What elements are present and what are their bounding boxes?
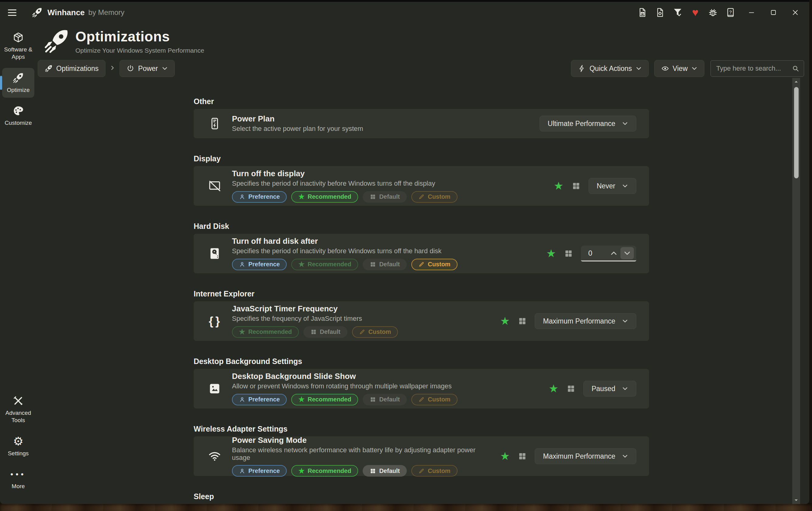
default-badge: Default bbox=[303, 326, 347, 338]
scroll-up-arrow-icon[interactable] bbox=[792, 78, 800, 86]
maximize-button[interactable] bbox=[764, 4, 783, 21]
stepper-up-button[interactable] bbox=[607, 247, 620, 259]
breadcrumb-power-dropdown[interactable]: Power bbox=[119, 60, 174, 77]
scroll-down-arrow-icon[interactable] bbox=[792, 496, 800, 504]
stepper-down-button[interactable] bbox=[620, 247, 634, 259]
pen-icon bbox=[418, 468, 425, 474]
sidebar-item-label: Software & Apps bbox=[3, 46, 34, 60]
svg-text:?: ? bbox=[729, 10, 732, 15]
titlebar: Winhance by Memory ♥ ? bbox=[0, 2, 809, 23]
grid-icon bbox=[370, 468, 376, 474]
chevron-down-icon bbox=[624, 249, 631, 257]
desktop-wallpaper bbox=[0, 503, 812, 511]
sidebar-item-optimize[interactable]: Optimize bbox=[2, 68, 34, 98]
favorite-star-icon[interactable]: ★ bbox=[500, 451, 510, 462]
pen-icon bbox=[418, 396, 425, 403]
setting-description: Balance wireless network performance wit… bbox=[232, 446, 494, 462]
slide-show-dropdown[interactable]: Paused bbox=[583, 381, 636, 397]
gear-icon: ⚙ bbox=[12, 435, 24, 447]
section-heading: Internet Explorer bbox=[194, 290, 649, 298]
badge-row: Preference ★Recommended Default Custom bbox=[232, 191, 548, 203]
app-byline: by Memory bbox=[88, 8, 125, 17]
star-icon: ★ bbox=[298, 261, 304, 268]
filter-icon[interactable] bbox=[669, 4, 687, 21]
setting-title: Power Plan bbox=[232, 114, 533, 124]
minimize-button[interactable] bbox=[742, 4, 761, 21]
report-bug-icon[interactable] bbox=[704, 4, 722, 21]
section-wireless-adapter: Wireless Adapter Settings Power Saving M… bbox=[194, 425, 649, 476]
sidebar-item-customize[interactable]: Customize bbox=[2, 101, 34, 131]
custom-badge: Custom bbox=[352, 326, 398, 338]
close-button[interactable] bbox=[786, 4, 805, 21]
import-config-icon[interactable] bbox=[651, 4, 669, 21]
dropdown-value: Maximum Performance bbox=[543, 452, 615, 460]
view-label: View bbox=[673, 64, 688, 73]
grid-icon[interactable] bbox=[572, 181, 581, 190]
sidebar-item-advanced-tools[interactable]: Advanced Tools bbox=[2, 391, 34, 428]
search-icon bbox=[792, 64, 800, 73]
setting-card-turn-off-display: Turn off the display Specifies the perio… bbox=[194, 166, 649, 206]
chevron-down-icon bbox=[622, 453, 628, 459]
section-other: Other Power Plan Select the active power… bbox=[194, 98, 649, 138]
quick-actions-button[interactable]: Quick Actions bbox=[571, 60, 648, 77]
grid-icon[interactable] bbox=[567, 384, 576, 393]
search-input[interactable] bbox=[716, 64, 792, 73]
help-icon[interactable]: ? bbox=[722, 4, 740, 21]
recommended-badge: ★Recommended bbox=[291, 191, 358, 203]
setting-title: JavaScript Timer Frequency bbox=[232, 304, 494, 314]
chevron-down-icon bbox=[622, 385, 628, 392]
preference-badge: Preference bbox=[232, 191, 287, 203]
favorite-star-icon[interactable]: ★ bbox=[554, 181, 563, 191]
favorite-star-icon[interactable]: ★ bbox=[549, 383, 558, 394]
hard-disk-minutes-stepper: 0 bbox=[581, 246, 636, 262]
power-saving-dropdown[interactable]: Maximum Performance bbox=[535, 448, 636, 464]
chevron-down-icon bbox=[622, 318, 628, 324]
display-off-icon bbox=[206, 179, 223, 193]
badge-row: Preference ★Recommended Default Custom bbox=[232, 259, 540, 270]
sidebar: Software & Apps Optimize Customize bbox=[0, 23, 36, 504]
section-internet-explorer: Internet Explorer { } JavaScript Timer F… bbox=[194, 290, 649, 341]
page-rocket-icon bbox=[43, 28, 70, 54]
wifi-icon bbox=[206, 450, 223, 463]
setting-description: Specifies the period of inactivity befor… bbox=[232, 247, 540, 255]
stepper-value[interactable]: 0 bbox=[588, 249, 607, 258]
app-title: Winhance bbox=[48, 8, 85, 17]
vertical-scrollbar[interactable] bbox=[792, 78, 800, 504]
preference-badge: Preference bbox=[232, 465, 287, 477]
breadcrumb-optimizations[interactable]: Optimizations bbox=[38, 60, 106, 77]
lightning-icon bbox=[578, 64, 586, 73]
save-config-icon[interactable] bbox=[634, 4, 651, 21]
grid-icon[interactable] bbox=[518, 317, 527, 326]
sidebar-item-settings[interactable]: ⚙ Settings bbox=[2, 431, 34, 461]
js-timer-dropdown[interactable]: Maximum Performance bbox=[535, 313, 636, 329]
donate-heart-icon[interactable]: ♥ bbox=[687, 4, 704, 21]
custom-badge: Custom bbox=[411, 465, 457, 477]
scrollbar-thumb[interactable] bbox=[794, 87, 799, 178]
favorite-star-icon[interactable]: ★ bbox=[546, 248, 556, 259]
badge-row: Preference ★Recommended Default Custom bbox=[232, 465, 494, 477]
badge-row: Preference ★Recommended Default Custom bbox=[232, 394, 543, 405]
power-plan-dropdown[interactable]: Ultimate Performance bbox=[540, 116, 636, 132]
sidebar-item-more[interactable]: ••• More bbox=[2, 464, 34, 494]
favorite-star-icon[interactable]: ★ bbox=[500, 316, 510, 327]
code-braces-icon: { } bbox=[206, 315, 223, 328]
setting-card-turn-off-hard-disk: Turn off hard disk after Specifies the p… bbox=[194, 234, 649, 273]
toolbar: Optimizations Power Quick Actions bbox=[36, 59, 809, 78]
grid-icon[interactable] bbox=[564, 249, 573, 258]
section-heading: Wireless Adapter Settings bbox=[194, 425, 649, 433]
sidebar-item-software-apps[interactable]: Software & Apps bbox=[2, 27, 34, 65]
sidebar-item-label: More bbox=[11, 483, 25, 490]
pen-icon bbox=[359, 329, 366, 335]
dropdown-value: Paused bbox=[591, 385, 615, 393]
chevron-down-icon bbox=[636, 65, 642, 72]
section-heading: Hard Disk bbox=[194, 222, 649, 230]
hamburger-menu-button[interactable] bbox=[8, 6, 22, 19]
page-header: Optimizations Optimize Your Windows Syst… bbox=[36, 23, 809, 59]
setting-description: Specifies the period of inactivity befor… bbox=[232, 180, 548, 187]
view-button[interactable]: View bbox=[654, 60, 704, 77]
person-icon bbox=[239, 193, 245, 200]
pen-icon bbox=[418, 261, 425, 268]
sidebar-item-label: Settings bbox=[8, 450, 29, 457]
grid-icon[interactable] bbox=[518, 452, 527, 461]
display-timeout-dropdown[interactable]: Never bbox=[588, 178, 636, 194]
